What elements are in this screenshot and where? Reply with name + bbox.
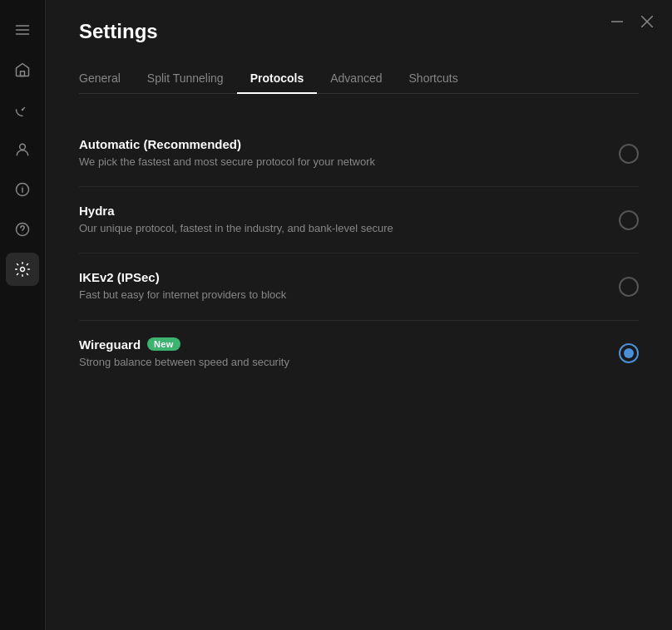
protocol-desc-automatic: We pick the fastest and most secure prot…	[79, 155, 605, 170]
info-icon[interactable]	[6, 173, 39, 206]
protocol-item-wireguard[interactable]: Wireguard New Strong balance between spe…	[79, 321, 639, 386]
svg-point-5	[20, 144, 26, 150]
tab-general[interactable]: General	[79, 63, 134, 93]
protocol-info-wireguard: Wireguard New Strong balance between spe…	[79, 337, 605, 370]
protocol-info-hydra: Hydra Our unique protocol, fastest in th…	[79, 204, 605, 236]
protocol-name-automatic: Automatic (Recommended)	[79, 137, 241, 151]
svg-point-8	[22, 186, 23, 187]
tab-protocols[interactable]: Protocols	[237, 63, 318, 93]
tab-bar: General Split Tunneling Protocols Advanc…	[79, 63, 639, 94]
help-icon[interactable]	[6, 213, 39, 246]
home-icon[interactable]	[6, 53, 39, 86]
protocol-name-hydra: Hydra	[79, 204, 115, 218]
settings-icon[interactable]	[6, 253, 39, 286]
protocol-list: Automatic (Recommended) We pick the fast…	[79, 121, 639, 386]
radio-automatic[interactable]	[619, 144, 639, 164]
minimize-button[interactable]	[609, 13, 625, 30]
protocol-item-automatic[interactable]: Automatic (Recommended) We pick the fast…	[79, 121, 639, 187]
new-badge-wireguard: New	[147, 337, 180, 351]
window-controls	[609, 13, 655, 30]
svg-point-11	[21, 268, 25, 272]
protocol-desc-ikev2: Fast but easy for internet providers to …	[79, 288, 605, 303]
page-title: Settings	[79, 20, 639, 43]
protocol-info-automatic: Automatic (Recommended) We pick the fast…	[79, 137, 605, 170]
radio-ikev2[interactable]	[619, 277, 639, 297]
tab-shortcuts[interactable]: Shortcuts	[396, 63, 472, 93]
protocol-item-hydra[interactable]: Hydra Our unique protocol, fastest in th…	[79, 187, 639, 253]
protocol-name-ikev2: IKEv2 (IPSec)	[79, 270, 160, 284]
svg-point-10	[22, 233, 23, 234]
main-content: Settings General Split Tunneling Protoco…	[46, 0, 672, 630]
radio-wireguard[interactable]	[619, 343, 639, 363]
protocol-item-ikev2[interactable]: IKEv2 (IPSec) Fast but easy for internet…	[79, 253, 639, 320]
protocol-desc-hydra: Our unique protocol, fastest in the indu…	[79, 221, 605, 236]
protocol-info-ikev2: IKEv2 (IPSec) Fast but easy for internet…	[79, 270, 605, 303]
tab-advanced[interactable]: Advanced	[317, 63, 395, 93]
menu-icon[interactable]	[6, 13, 39, 47]
radio-hydra[interactable]	[619, 210, 639, 230]
tab-split-tunneling[interactable]: Split Tunneling	[134, 63, 237, 93]
speed-icon[interactable]	[6, 93, 39, 126]
protocol-desc-wireguard: Strong balance between speed and securit…	[79, 355, 605, 370]
protocol-name-wireguard: Wireguard	[79, 337, 141, 352]
svg-point-4	[22, 109, 24, 111]
sidebar	[0, 0, 46, 630]
account-icon[interactable]	[6, 133, 39, 166]
svg-rect-3	[21, 71, 25, 76]
close-button[interactable]	[639, 13, 655, 30]
